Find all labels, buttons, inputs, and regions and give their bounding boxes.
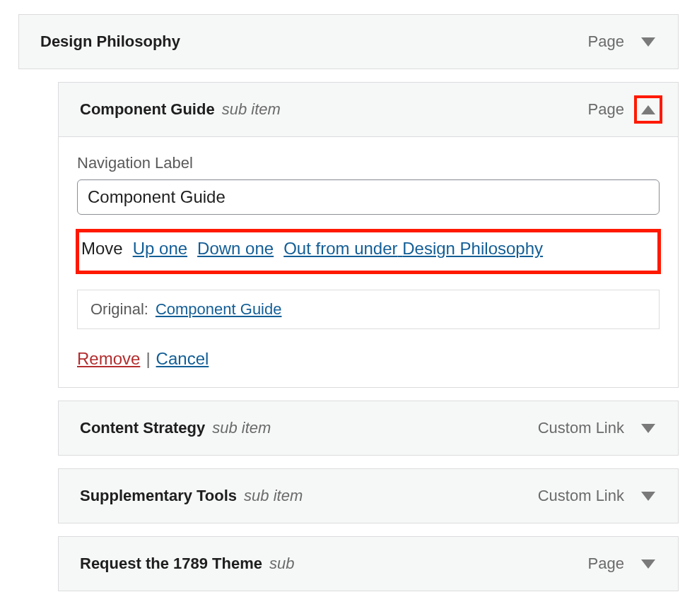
menu-item-bar[interactable]: Supplementary Tools sub item Custom Link [59, 469, 678, 523]
menu-item-title: Supplementary Tools [80, 487, 237, 505]
sub-item-label: sub item [244, 487, 303, 505]
original-link[interactable]: Component Guide [156, 300, 282, 319]
sub-item-label: sub [269, 555, 294, 573]
menu-item-bar[interactable]: Content Strategy sub item Custom Link [59, 401, 678, 455]
chevron-down-icon [641, 37, 655, 47]
menu-item-right: Page [588, 550, 662, 578]
separator: | [146, 349, 150, 369]
menu-item-type: Custom Link [538, 419, 624, 437]
move-down-link[interactable]: Down one [197, 239, 274, 259]
menu-item-right: Page [588, 95, 662, 124]
menu-item-type: Page [588, 100, 624, 119]
menu-item-bar[interactable]: Design Philosophy Page [19, 15, 678, 69]
remove-link[interactable]: Remove [77, 349, 140, 369]
menu-item[interactable]: Content Strategy sub item Custom Link [58, 401, 679, 456]
original-box: Original: Component Guide [77, 290, 660, 329]
menu-item-left: Request the 1789 Theme sub [80, 555, 294, 573]
menu-item-bar[interactable]: Component Guide sub item Page [59, 83, 678, 136]
menu-item-title: Content Strategy [80, 419, 205, 437]
chevron-up-icon [641, 105, 655, 114]
chevron-down-icon [641, 424, 655, 433]
menu-item-title: Request the 1789 Theme [80, 555, 262, 573]
menu-item-title: Design Philosophy [40, 32, 180, 51]
menu-item[interactable]: Supplementary Tools sub item Custom Link [58, 468, 679, 523]
move-out-prefix: Out from under [283, 239, 397, 258]
menu-item-title: Component Guide [80, 100, 215, 119]
menu-item-type: Page [588, 555, 624, 573]
menu-item-settings: Navigation Label Move Up one Down one Ou… [59, 136, 678, 387]
chevron-down-icon [641, 492, 655, 501]
menu-item-left: Component Guide sub item [80, 100, 281, 119]
menu-item-type: Custom Link [538, 487, 624, 505]
original-label: Original: [90, 300, 148, 319]
move-up-link[interactable]: Up one [133, 239, 187, 259]
menu-item[interactable]: Request the 1789 Theme sub Page [58, 536, 679, 591]
action-row: Remove | Cancel [77, 349, 660, 369]
sub-item-label: sub item [222, 100, 281, 119]
chevron-down-icon [641, 559, 655, 569]
move-out-parent: Design Philosophy [402, 239, 543, 258]
toggle-item-button[interactable] [634, 550, 662, 578]
toggle-item-button[interactable] [634, 414, 662, 442]
menu-item-right: Custom Link [538, 414, 662, 442]
cancel-link[interactable]: Cancel [156, 349, 209, 369]
menu-item-right: Page [588, 28, 662, 56]
menu-item-left: Design Philosophy [40, 32, 180, 51]
menu-item-bar[interactable]: Request the 1789 Theme sub Page [59, 537, 678, 591]
menu-item-left: Content Strategy sub item [80, 419, 271, 437]
navigation-label-field-label: Navigation Label [77, 154, 660, 172]
menu-item-left: Supplementary Tools sub item [80, 487, 303, 505]
menu-item[interactable]: Component Guide sub item Page Navigation… [58, 82, 679, 388]
sub-item-label: sub item [212, 419, 271, 437]
navigation-label-input[interactable] [77, 179, 660, 215]
menu-item[interactable]: Design Philosophy Page [18, 14, 679, 69]
toggle-item-button[interactable] [634, 482, 662, 510]
toggle-item-button[interactable] [634, 95, 662, 124]
menu-item-type: Page [588, 32, 624, 51]
toggle-item-button[interactable] [634, 28, 662, 56]
move-out-link[interactable]: Out from under Design Philosophy [283, 239, 543, 259]
menu-item-right: Custom Link [538, 482, 662, 510]
move-label: Move [81, 239, 123, 259]
move-row: Move Up one Down one Out from under Desi… [77, 230, 660, 273]
